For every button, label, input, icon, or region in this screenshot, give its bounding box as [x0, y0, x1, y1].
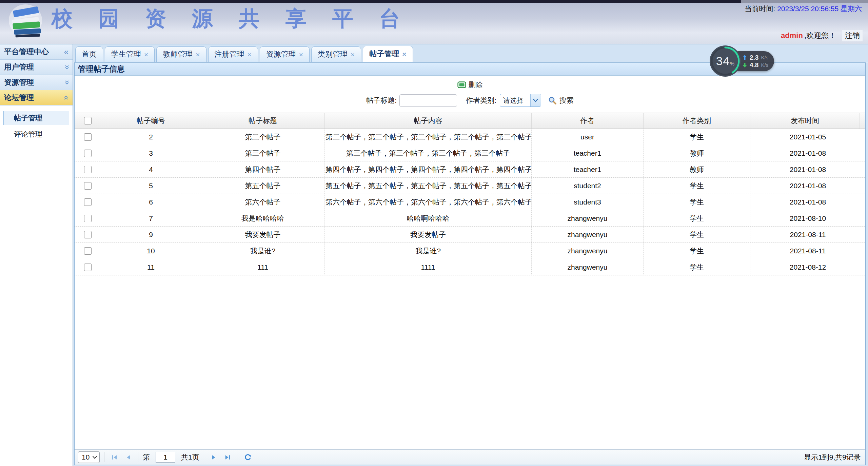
- row-checkbox-cell: [75, 161, 101, 177]
- column-header[interactable]: 作者类别: [644, 113, 750, 129]
- sidebar-panel-header[interactable]: 论坛管理«: [0, 90, 73, 105]
- row-checkbox[interactable]: [84, 198, 92, 206]
- search-button[interactable]: 搜索: [548, 96, 574, 105]
- table-cell: 10: [101, 243, 201, 259]
- author-category-combo[interactable]: 请选择: [500, 94, 541, 107]
- row-checkbox[interactable]: [84, 133, 92, 141]
- table-row[interactable]: 5第五个帖子第五个帖子，第五个帖子，第五个帖子，第五个帖子，第五个帖子stude…: [75, 178, 865, 194]
- tab-item[interactable]: 帖子管理×: [363, 46, 413, 62]
- tab-item[interactable]: 类别管理×: [311, 46, 361, 62]
- tab-item[interactable]: 学生管理×: [105, 46, 155, 62]
- tab-close-icon[interactable]: ×: [196, 51, 200, 58]
- delete-button[interactable]: 删除: [457, 80, 483, 90]
- sidebar-item[interactable]: 帖子管理: [3, 111, 69, 125]
- table-cell: 第五个帖子: [201, 178, 325, 194]
- tab-close-icon[interactable]: ×: [402, 51, 406, 58]
- row-checkbox[interactable]: [84, 247, 92, 255]
- last-page-button[interactable]: [222, 452, 233, 463]
- table-row[interactable]: 10我是谁?我是谁?zhangwenyu学生2021-08-11: [75, 243, 865, 259]
- grid-body: 2第二个帖子第二个帖子，第二个帖子，第二个帖子，第二个帖子，第二个帖子，第二个帖…: [75, 129, 865, 275]
- column-header[interactable]: 发布时间: [750, 113, 860, 129]
- sidebar-panel-label: 论坛管理: [4, 93, 64, 103]
- table-cell: 学生: [644, 227, 750, 242]
- table-row[interactable]: 9我要发帖子我要发帖子zhangwenyu学生2021-08-11: [75, 227, 865, 243]
- tab-label: 类别管理: [318, 49, 348, 59]
- table-cell: 第四个帖子: [201, 161, 325, 177]
- refresh-icon: [244, 453, 252, 461]
- table-cell: student3: [532, 194, 644, 210]
- table-row[interactable]: 6第六个帖子第六个帖子，第六个帖子，第六个帖子，第六个帖子，第六个帖子stude…: [75, 194, 865, 210]
- table-cell: 第五个帖子，第五个帖子，第五个帖子，第五个帖子，第五个帖子: [325, 178, 532, 194]
- page-number-input[interactable]: [156, 452, 175, 463]
- logout-button[interactable]: 注销: [842, 30, 863, 41]
- download-speed-value: 4.8: [750, 62, 758, 68]
- row-checkbox[interactable]: [84, 215, 92, 222]
- tab-close-icon[interactable]: ×: [144, 51, 148, 58]
- select-all-checkbox[interactable]: [84, 117, 92, 124]
- prev-page-button[interactable]: [123, 452, 134, 463]
- sidebar-accordion: 平台管理中心«用户管理«资源管理«论坛管理«帖子管理评论管理: [0, 44, 73, 147]
- table-cell: 学生: [644, 210, 750, 226]
- sidebar-panel-header[interactable]: 资源管理«: [0, 75, 73, 90]
- post-title-input[interactable]: [399, 94, 457, 107]
- tab-item[interactable]: 资源管理×: [260, 46, 310, 62]
- time-value: 2023/3/25 20:56:55 星期六: [777, 5, 862, 13]
- row-checkbox-cell: [75, 194, 101, 210]
- chevron-double-down-icon: «: [62, 80, 70, 84]
- table-cell: 我是哈哈哈哈: [201, 210, 325, 226]
- speed-percent-circle[interactable]: 34 %: [710, 45, 741, 77]
- page-suffix: 共1页: [181, 452, 199, 462]
- row-checkbox[interactable]: [84, 182, 92, 190]
- content-panel: 管理帖子信息 删除 帖子标题: 作者类别: 请选择: [74, 62, 866, 465]
- column-header[interactable]: 帖子标题: [201, 113, 325, 129]
- pager-separator: [138, 452, 138, 462]
- row-checkbox[interactable]: [84, 264, 92, 271]
- page-prefix: 第: [143, 452, 150, 462]
- row-checkbox[interactable]: [84, 150, 92, 157]
- table-row[interactable]: 111111111zhangwenyu学生2021-08-12: [75, 259, 865, 275]
- tab-label: 学生管理: [111, 49, 141, 59]
- next-page-button[interactable]: [209, 452, 219, 463]
- datagrid: 帖子编号帖子标题帖子内容作者作者类别发布时间 2第二个帖子第二个帖子，第二个帖子…: [75, 113, 865, 275]
- row-checkbox[interactable]: [84, 231, 92, 238]
- pagination-bar: 10 第 共1页: [75, 449, 865, 465]
- prev-page-icon: [125, 454, 132, 461]
- sidebar-item[interactable]: 评论管理: [3, 127, 69, 141]
- table-cell: 3: [101, 145, 201, 161]
- tab-item[interactable]: 首页: [75, 46, 103, 62]
- first-page-button[interactable]: [109, 452, 120, 463]
- sidebar-panel-header[interactable]: 用户管理«: [0, 60, 73, 75]
- tab-item[interactable]: 注册管理×: [208, 46, 258, 62]
- table-row[interactable]: 3第三个帖子第三个帖子，第三个帖子，第三个帖子，第三个帖子teacher1教师2…: [75, 145, 865, 161]
- sidebar-panel-label: 用户管理: [4, 62, 64, 72]
- table-row[interactable]: 7我是哈哈哈哈哈哈啊哈哈哈zhangwenyu学生2021-08-10: [75, 210, 865, 227]
- tab-item[interactable]: 教师管理×: [156, 46, 206, 62]
- table-cell: 1111: [325, 259, 532, 275]
- row-checkbox-cell: [75, 178, 101, 194]
- column-header[interactable]: 帖子内容: [325, 113, 532, 129]
- speed-monitor-widget[interactable]: 2.3K/s 4.8K/s 34 %: [710, 45, 741, 77]
- table-cell: zhangwenyu: [532, 210, 644, 226]
- pager-separator: [104, 452, 104, 462]
- tab-close-icon[interactable]: ×: [248, 51, 252, 58]
- page-size-select[interactable]: 10: [78, 451, 100, 463]
- pager-separator: [238, 452, 238, 462]
- row-checkbox[interactable]: [84, 166, 92, 173]
- table-row[interactable]: 4第四个帖子第四个帖子，第四个帖子，第四个帖子，第四个帖子，第四个帖子teach…: [75, 161, 865, 178]
- column-header[interactable]: 帖子编号: [101, 113, 201, 129]
- chevron-down-icon[interactable]: [530, 94, 541, 106]
- table-cell: 2021-08-11: [750, 243, 865, 259]
- table-cell: 我是谁?: [201, 243, 325, 259]
- table-row[interactable]: 2第二个帖子第二个帖子，第二个帖子，第二个帖子，第二个帖子，第二个帖子，第二个帖…: [75, 129, 865, 145]
- sidebar-panel-header[interactable]: 平台管理中心«: [0, 44, 73, 60]
- next-page-icon: [210, 454, 217, 461]
- column-header[interactable]: 作者: [532, 113, 644, 129]
- page-size-value: 10: [82, 453, 90, 461]
- tab-close-icon[interactable]: ×: [351, 51, 355, 58]
- row-checkbox-cell: [75, 129, 101, 145]
- refresh-button[interactable]: [242, 452, 253, 463]
- percent-label: 34 %: [710, 45, 741, 77]
- tab-close-icon[interactable]: ×: [299, 51, 303, 58]
- percent-value: 34: [716, 54, 730, 68]
- delete-icon: [457, 81, 466, 88]
